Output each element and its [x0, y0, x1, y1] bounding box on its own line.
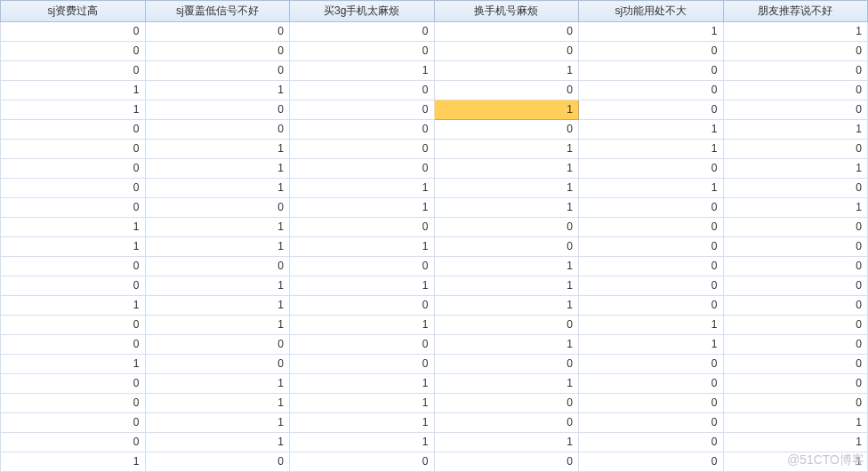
table-cell[interactable]: 0 [1, 335, 146, 355]
table-cell[interactable]: 0 [579, 413, 724, 433]
table-cell[interactable]: 0 [290, 355, 435, 374]
table-cell[interactable]: 0 [723, 257, 868, 276]
table-cell[interactable]: 1 [434, 257, 579, 276]
table-cell[interactable]: 1 [145, 394, 290, 413]
table-cell[interactable]: 1 [579, 179, 724, 198]
table-cell[interactable]: 0 [145, 257, 290, 276]
table-cell[interactable]: 1 [723, 120, 868, 140]
table-cell[interactable]: 1 [434, 100, 579, 120]
table-cell[interactable]: 0 [579, 452, 724, 472]
table-cell[interactable]: 1 [145, 159, 290, 179]
table-cell[interactable]: 1 [290, 276, 435, 296]
table-cell[interactable]: 0 [723, 316, 868, 335]
table-cell[interactable]: 0 [723, 179, 868, 198]
table-cell[interactable]: 0 [145, 22, 290, 42]
table-cell[interactable]: 1 [145, 276, 290, 296]
table-cell[interactable]: 1 [723, 433, 868, 452]
table-cell[interactable]: 0 [434, 355, 579, 374]
table-cell[interactable]: 0 [145, 355, 290, 374]
table-row[interactable]: 001101 [1, 198, 868, 218]
table-row[interactable]: 010110 [1, 140, 868, 159]
table-cell[interactable]: 0 [1, 159, 146, 179]
table-cell[interactable]: 0 [723, 61, 868, 81]
table-cell[interactable]: 0 [579, 198, 724, 218]
table-cell[interactable]: 0 [579, 355, 724, 374]
table-cell[interactable]: 0 [723, 335, 868, 355]
table-cell[interactable]: 0 [290, 22, 435, 42]
table-cell[interactable]: 0 [290, 100, 435, 120]
table-row[interactable]: 000110 [1, 335, 868, 355]
table-cell[interactable]: 0 [1, 22, 146, 42]
table-row[interactable]: 011100 [1, 374, 868, 394]
table-cell[interactable]: 1 [434, 374, 579, 394]
table-row[interactable]: 000000 [1, 42, 868, 61]
column-header[interactable]: 买3g手机太麻烦 [290, 1, 435, 22]
table-row[interactable]: 000011 [1, 120, 868, 140]
table-cell[interactable]: 1 [145, 140, 290, 159]
table-cell[interactable]: 0 [1, 257, 146, 276]
table-cell[interactable]: 0 [145, 452, 290, 472]
table-cell[interactable]: 0 [579, 433, 724, 452]
table-cell[interactable]: 1 [579, 140, 724, 159]
table-cell[interactable]: 0 [723, 237, 868, 257]
table-cell[interactable]: 1 [579, 316, 724, 335]
table-cell[interactable]: 1 [1, 355, 146, 374]
table-cell[interactable]: 0 [1, 140, 146, 159]
table-cell[interactable]: 0 [434, 394, 579, 413]
table-row[interactable]: 010101 [1, 159, 868, 179]
table-cell[interactable]: 1 [145, 374, 290, 394]
table-cell[interactable]: 1 [1, 100, 146, 120]
table-cell[interactable]: 0 [579, 374, 724, 394]
table-cell[interactable]: 0 [723, 140, 868, 159]
table-cell[interactable]: 0 [434, 237, 579, 257]
table-cell[interactable]: 0 [1, 179, 146, 198]
table-cell[interactable]: 0 [434, 413, 579, 433]
table-cell[interactable]: 0 [290, 218, 435, 237]
table-cell[interactable]: 0 [434, 452, 579, 472]
table-cell[interactable]: 1 [434, 179, 579, 198]
table-cell[interactable]: 0 [434, 120, 579, 140]
table-cell[interactable]: 1 [290, 374, 435, 394]
table-cell[interactable]: 0 [290, 257, 435, 276]
table-cell[interactable]: 1 [723, 413, 868, 433]
table-cell[interactable]: 0 [145, 120, 290, 140]
table-row[interactable]: 100100 [1, 100, 868, 120]
table-cell[interactable]: 1 [1, 296, 146, 316]
column-header[interactable]: sj功能用处不大 [579, 1, 724, 22]
column-header[interactable]: sj资费过高 [1, 1, 146, 22]
table-cell[interactable]: 0 [1, 374, 146, 394]
table-cell[interactable]: 0 [723, 81, 868, 100]
table-cell[interactable]: 1 [579, 120, 724, 140]
table-cell[interactable]: 0 [290, 81, 435, 100]
table-cell[interactable]: 1 [145, 237, 290, 257]
table-cell[interactable]: 0 [1, 61, 146, 81]
table-row[interactable]: 011100 [1, 276, 868, 296]
table-row[interactable]: 110000 [1, 218, 868, 237]
table-row[interactable]: 110100 [1, 296, 868, 316]
table-cell[interactable]: 1 [434, 140, 579, 159]
table-cell[interactable]: 1 [434, 198, 579, 218]
table-cell[interactable]: 0 [723, 218, 868, 237]
table-row[interactable]: 011010 [1, 316, 868, 335]
table-cell[interactable]: 0 [723, 42, 868, 61]
table-cell[interactable]: 0 [1, 433, 146, 452]
table-cell[interactable]: 0 [290, 452, 435, 472]
table-cell[interactable]: 0 [290, 335, 435, 355]
table-cell[interactable]: 1 [434, 433, 579, 452]
table-cell[interactable]: 1 [290, 198, 435, 218]
table-row[interactable]: 011001 [1, 413, 868, 433]
table-cell[interactable]: 1 [1, 237, 146, 257]
table-cell[interactable]: 1 [290, 316, 435, 335]
table-cell[interactable]: 0 [1, 413, 146, 433]
table-cell[interactable]: 0 [290, 296, 435, 316]
table-row[interactable]: 111000 [1, 237, 868, 257]
table-cell[interactable]: 0 [579, 159, 724, 179]
table-cell[interactable]: 0 [579, 61, 724, 81]
table-cell[interactable]: 1 [434, 335, 579, 355]
table-cell[interactable]: 1 [434, 61, 579, 81]
table-cell[interactable]: 1 [723, 198, 868, 218]
table-cell[interactable]: 0 [1, 316, 146, 335]
table-cell[interactable]: 0 [1, 394, 146, 413]
table-cell[interactable]: 0 [290, 42, 435, 61]
table-cell[interactable]: 0 [1, 276, 146, 296]
